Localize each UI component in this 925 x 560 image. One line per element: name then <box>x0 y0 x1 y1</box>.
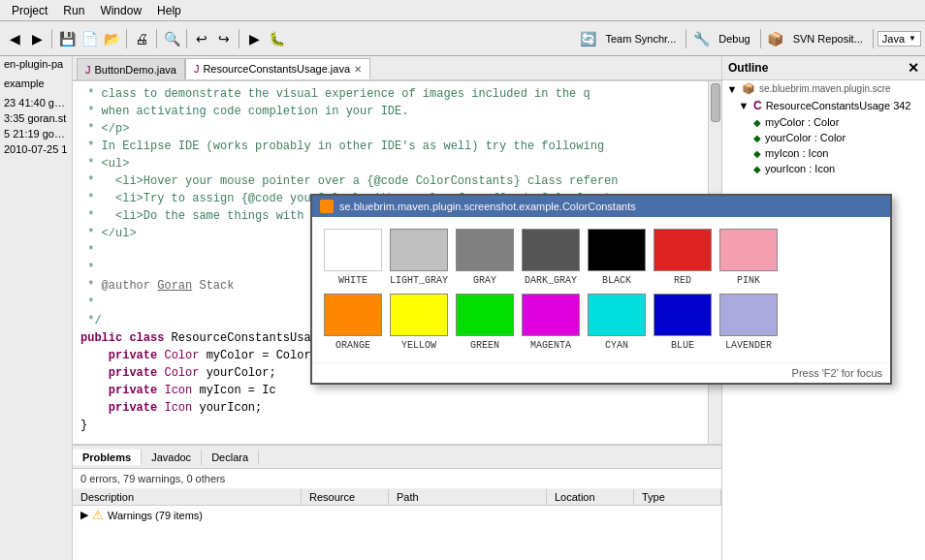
outline-item-class[interactable]: ▼ C ResourceConstantsUsage 342 <box>722 97 925 114</box>
outline-myicon-label: myIcon : Icon <box>765 147 828 159</box>
swatch-box-blue <box>654 294 712 336</box>
color-swatch-cyan[interactable]: CYAN <box>588 294 646 351</box>
toolbar-sep-4 <box>186 29 187 48</box>
outline-item-yourcolor[interactable]: ◆ yourColor : Color <box>722 130 925 145</box>
sidebar-item-6[interactable]: 5 21:19 goran <box>0 126 72 141</box>
toolbar-save-btn[interactable]: 💾 <box>56 28 78 49</box>
tab-resourceconstants[interactable]: J ResourceConstantsUsage.java ✕ <box>185 58 370 79</box>
swatch-box-green <box>456 294 514 336</box>
col-resource: Resource <box>302 489 389 505</box>
team-sync-label: Team Synchr... <box>600 33 683 45</box>
swatch-label-orange: ORANGE <box>335 340 370 351</box>
outline-item-mycolor[interactable]: ◆ myColor : Color <box>722 114 925 130</box>
code-line-5: * <ul> <box>80 155 700 172</box>
sidebar-item-2[interactable]: example <box>0 76 72 91</box>
warnings-row[interactable]: ▶ ⚠ Warnings (79 items) <box>73 506 721 524</box>
tab-problems[interactable]: Problems <box>73 450 142 465</box>
toolbar-search-btn[interactable]: 🔍 <box>161 28 182 49</box>
outline-yourcolor-label: yourColor : Color <box>765 132 845 143</box>
color-swatch-black[interactable]: BLACK <box>588 229 646 286</box>
col-location: Location <box>547 489 634 505</box>
toolbar-team-sync-btn[interactable]: 🔄 <box>578 28 599 49</box>
sidebar-item-5[interactable]: 3:35 goran.st <box>0 110 72 126</box>
menu-run[interactable]: Run <box>55 2 92 19</box>
color-swatch-red[interactable]: RED <box>654 229 712 286</box>
tab-javadoc[interactable]: Javadoc <box>142 450 202 465</box>
toolbar-debug-btn[interactable]: 🐛 <box>266 28 287 49</box>
outline-youricon-label: yourIcon : Icon <box>765 163 835 174</box>
swatch-label-green: GREEN <box>470 340 499 351</box>
toolbar-print-btn[interactable]: 🖨 <box>131 28 152 49</box>
code-line-20: private Icon yourIcon; <box>80 399 700 417</box>
field-icon-myicon: ◆ <box>753 148 761 159</box>
svn-label: SVN Reposit... <box>787 33 869 45</box>
toolbar-sep-5 <box>239 29 239 48</box>
swatch-box-black <box>588 229 646 271</box>
tab-resourceconstants-label: ResourceConstantsUsage.java <box>203 63 350 75</box>
sidebar-item-4[interactable]: 23 41:40 gora <box>0 95 72 110</box>
toolbar-svn-btn[interactable]: 📦 <box>765 28 786 49</box>
color-swatch-light_gray[interactable]: LIGHT_GRAY <box>390 229 448 286</box>
tab-close-icon[interactable]: ✕ <box>354 64 362 75</box>
swatch-label-black: BLACK <box>602 275 631 286</box>
toolbar-fwd-btn[interactable]: ▶ <box>26 28 48 49</box>
color-swatch-gray[interactable]: GRAY <box>456 229 514 286</box>
toolbar-redo-btn[interactable]: ↪ <box>213 28 235 49</box>
color-swatch-pink[interactable]: PINK <box>719 229 778 286</box>
toolbar-open-btn[interactable]: 📂 <box>101 28 122 49</box>
color-swatch-magenta[interactable]: MAGENTA <box>522 294 580 351</box>
toolbar-new-btn[interactable]: 📄 <box>79 28 100 49</box>
toolbar-sep-2 <box>126 29 127 48</box>
outline-item-myicon[interactable]: ◆ myIcon : Icon <box>722 145 925 161</box>
warning-icon: ⚠ <box>92 508 104 522</box>
swatch-box-gray <box>456 229 514 271</box>
code-line-3: * </p> <box>80 120 700 138</box>
popup-header-icon <box>320 200 334 213</box>
sidebar-item-7[interactable]: 2010-07-25 1 <box>0 141 72 157</box>
field-icon-yourcolor: ◆ <box>753 133 761 143</box>
toolbar-undo-btn[interactable]: ↩ <box>191 28 212 49</box>
swatch-label-gray: GRAY <box>473 275 496 286</box>
outline-item-youricon[interactable]: ◆ yourIcon : Icon <box>722 161 925 176</box>
color-row-1: WHITELIGHT_GRAYGRAYDARK_GRAYBLACKREDPINK <box>324 229 878 286</box>
code-line-1: * class to demonstrate the visual experi… <box>80 85 700 103</box>
menu-window[interactable]: Window <box>92 2 149 19</box>
swatch-box-pink <box>719 229 778 271</box>
toolbar-sep-3 <box>156 29 157 48</box>
scroll-thumb[interactable] <box>711 83 720 122</box>
problems-summary: 0 errors, 79 warnings, 0 others <box>73 469 721 489</box>
problems-header: Description Resource Path Location Type <box>73 489 721 506</box>
tab-buttondemo[interactable]: J ButtonDemo.java <box>77 58 185 79</box>
field-icon-youricon: ◆ <box>753 164 761 174</box>
swatch-box-red <box>654 229 712 271</box>
perspective-dropdown[interactable]: Java ▼ <box>877 31 921 47</box>
code-line-22: } <box>80 417 700 434</box>
swatch-label-blue: BLUE <box>671 340 694 351</box>
expand-icon[interactable]: ▶ <box>80 509 88 521</box>
menu-help[interactable]: Help <box>149 2 189 19</box>
color-swatch-dark_gray[interactable]: DARK_GRAY <box>522 229 580 286</box>
menu-project[interactable]: Project <box>4 2 55 19</box>
tree-expand-icon[interactable]: ▼ <box>726 83 738 95</box>
color-swatch-green[interactable]: GREEN <box>456 294 514 351</box>
toolbar-debug-perspective-btn[interactable]: 🔧 <box>690 28 712 49</box>
swatch-label-dark_gray: DARK_GRAY <box>525 275 577 286</box>
toolbar-run-btn[interactable]: ▶ <box>243 28 265 49</box>
left-sidebar: en-plugin-pa example 23 41:40 gora 3:35 … <box>0 56 73 560</box>
swatch-box-magenta <box>522 294 580 336</box>
sidebar-item-0[interactable]: en-plugin-pa <box>0 56 72 72</box>
toolbar-back-btn[interactable]: ◀ <box>4 28 25 49</box>
outline-item-package[interactable]: ▼ 📦 se.bluebrim.maven.plugin.scre <box>722 80 925 97</box>
field-icon-mycolor: ◆ <box>753 117 761 128</box>
color-swatch-white[interactable]: WHITE <box>324 229 382 286</box>
color-swatch-yellow[interactable]: YELLOW <box>390 294 448 351</box>
tab-buttondemo-label: ButtonDemo.java <box>95 64 176 76</box>
class-expand-icon[interactable]: ▼ <box>738 100 750 111</box>
color-swatch-lavender[interactable]: LAVENDER <box>719 294 778 351</box>
outline-package-label: se.bluebrim.maven.plugin.scre <box>759 83 891 94</box>
color-swatch-blue[interactable]: BLUE <box>654 294 712 351</box>
col-description: Description <box>73 489 302 505</box>
outline-close-icon[interactable]: ✕ <box>908 60 919 76</box>
color-swatch-orange[interactable]: ORANGE <box>324 294 382 351</box>
tab-declarations[interactable]: Declara <box>202 450 259 465</box>
